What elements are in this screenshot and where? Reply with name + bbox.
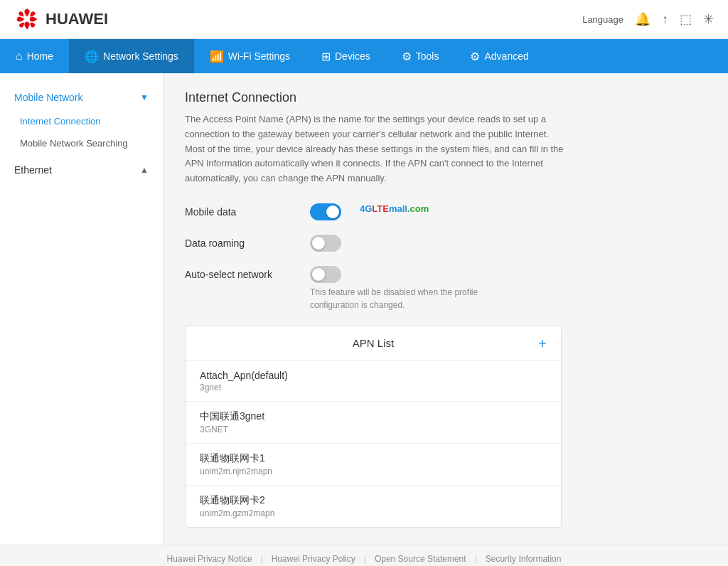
footer-privacy-notice[interactable]: Huawei Privacy Notice [167, 554, 252, 564]
page-description: The Access Point Name (APN) is the name … [185, 112, 569, 186]
apn-name-4: 联通物联网卡2 [200, 494, 547, 507]
auto-select-label: Auto-select network [185, 266, 299, 280]
apn-value-4: unim2m.gzm2mapn [200, 508, 547, 518]
apn-list-title: APN List [316, 337, 432, 349]
setting-auto-select-network: Auto-select network This feature will be… [185, 266, 707, 311]
advanced-icon: ⚙ [470, 50, 480, 63]
apn-name-1: Attach_Apn(default) [200, 370, 547, 381]
mobile-data-track [310, 203, 341, 220]
nav-label-tools: Tools [416, 50, 439, 62]
devices-icon: ⊞ [321, 50, 331, 63]
data-roaming-control [310, 235, 341, 252]
footer-open-source[interactable]: Open Source Statement [375, 554, 466, 564]
setting-mobile-data: Mobile data 4GLTEmall.com [185, 203, 707, 220]
data-roaming-track [310, 235, 341, 252]
sidebar-mobile-network-label: Mobile Network [14, 92, 82, 103]
nav-label-home: Home [27, 50, 53, 62]
sidebar: Mobile Network ▼ Internet Connection Mob… [0, 73, 164, 545]
watermark-com: .com [407, 203, 429, 214]
sidebar-mobile-network-header[interactable]: Mobile Network ▼ [0, 85, 163, 110]
footer-line-1: Huawei Privacy Notice | Huawei Privacy P… [14, 554, 714, 564]
apn-name-3: 联通物联网卡1 [200, 452, 547, 465]
header-controls: Language 🔔 ↑ ⬚ ✳ [582, 11, 714, 27]
auto-select-toggle[interactable] [310, 266, 341, 283]
footer-privacy-policy[interactable]: Huawei Privacy Policy [272, 554, 355, 564]
tools-icon: ⚙ [402, 50, 412, 63]
mobile-data-toggle[interactable] [310, 203, 341, 220]
apn-item-1[interactable]: Attach_Apn(default) 3gnet [186, 361, 561, 402]
watermark-4g: 4G [360, 203, 372, 214]
nav-label-network-settings: Network Settings [103, 50, 178, 62]
globe-icon: 🌐 [85, 50, 99, 63]
main-nav: ⌂ Home 🌐 Network Settings 📶 Wi-Fi Settin… [0, 39, 728, 73]
apn-value-1: 3gnet [200, 383, 547, 393]
nav-item-devices[interactable]: ⊞ Devices [306, 39, 386, 73]
page-title: Internet Connection [185, 90, 707, 105]
apn-item-4[interactable]: 联通物联网卡2 unim2m.gzm2mapn [186, 486, 561, 527]
settings-spin-icon[interactable]: ✳ [703, 11, 714, 27]
sidebar-item-internet-connection[interactable]: Internet Connection [0, 110, 163, 132]
upload-icon[interactable]: ↑ [662, 12, 668, 27]
logout-icon[interactable]: ⬚ [680, 11, 692, 27]
sidebar-ethernet-arrow: ▲ [140, 165, 149, 175]
brand-logo: HUAWEI [14, 6, 108, 32]
auto-select-thumb [312, 268, 325, 281]
nav-item-tools[interactable]: ⚙ Tools [386, 39, 455, 73]
data-roaming-toggle[interactable] [310, 235, 341, 252]
home-icon: ⌂ [16, 50, 23, 63]
mobile-data-thumb [326, 205, 339, 218]
footer: Huawei Privacy Notice | Huawei Privacy P… [0, 545, 728, 566]
data-roaming-label: Data roaming [185, 235, 299, 249]
nav-label-devices: Devices [335, 50, 370, 62]
nav-item-home[interactable]: ⌂ Home [0, 39, 69, 73]
apn-list-section: APN List + Attach_Apn(default) 3gnet 中国联… [185, 326, 562, 528]
apn-value-2: 3GNET [200, 424, 547, 434]
header: HUAWEI Language 🔔 ↑ ⬚ ✳ [0, 0, 728, 39]
auto-select-track [310, 266, 341, 283]
brand-name: HUAWEI [46, 10, 108, 28]
nav-item-wifi-settings[interactable]: 📶 Wi-Fi Settings [194, 39, 306, 73]
sidebar-section-ethernet: Ethernet ▲ [0, 157, 163, 183]
sidebar-item-mobile-network-searching[interactable]: Mobile Network Searching [0, 132, 163, 154]
sidebar-section-mobile-network: Mobile Network ▼ Internet Connection Mob… [0, 85, 163, 154]
sidebar-ethernet-label: Ethernet [14, 164, 52, 176]
data-roaming-thumb [312, 237, 325, 250]
auto-select-note: This feature will be disabled when the p… [310, 286, 523, 311]
nav-item-network-settings[interactable]: 🌐 Network Settings [69, 39, 194, 73]
wifi-icon: 📶 [210, 50, 224, 63]
apn-name-2: 中国联通3gnet [200, 410, 547, 423]
setting-data-roaming: Data roaming [185, 235, 707, 252]
notification-icon[interactable]: 🔔 [635, 11, 651, 27]
nav-label-advanced: Advanced [484, 50, 528, 62]
mobile-data-control [310, 203, 341, 220]
apn-add-button[interactable]: + [538, 336, 547, 351]
apn-value-3: unim2m.njm2mapn [200, 466, 547, 476]
sidebar-mobile-network-items: Internet Connection Mobile Network Searc… [0, 110, 163, 154]
watermark: 4GLTEmall.com [360, 203, 429, 214]
nav-label-wifi-settings: Wi-Fi Settings [228, 50, 290, 62]
sidebar-mobile-network-arrow: ▼ [140, 92, 149, 102]
apn-item-3[interactable]: 联通物联网卡1 unim2m.njm2mapn [186, 444, 561, 486]
watermark-lte: LTE [372, 203, 389, 214]
content-area: Internet Connection The Access Point Nam… [164, 73, 728, 545]
nav-item-advanced[interactable]: ⚙ Advanced [454, 39, 544, 73]
footer-security-info[interactable]: Security Information [486, 554, 562, 564]
language-button[interactable]: Language [582, 14, 623, 25]
apn-list-header: APN List + [186, 326, 561, 361]
auto-select-control: This feature will be disabled when the p… [310, 266, 523, 311]
apn-item-2[interactable]: 中国联通3gnet 3GNET [186, 402, 561, 444]
main-layout: Mobile Network ▼ Internet Connection Mob… [0, 73, 728, 545]
huawei-logo-icon [14, 6, 40, 32]
mobile-data-label: Mobile data [185, 203, 299, 218]
watermark-mall: mall [389, 203, 407, 214]
sidebar-ethernet-header[interactable]: Ethernet ▲ [0, 157, 163, 183]
